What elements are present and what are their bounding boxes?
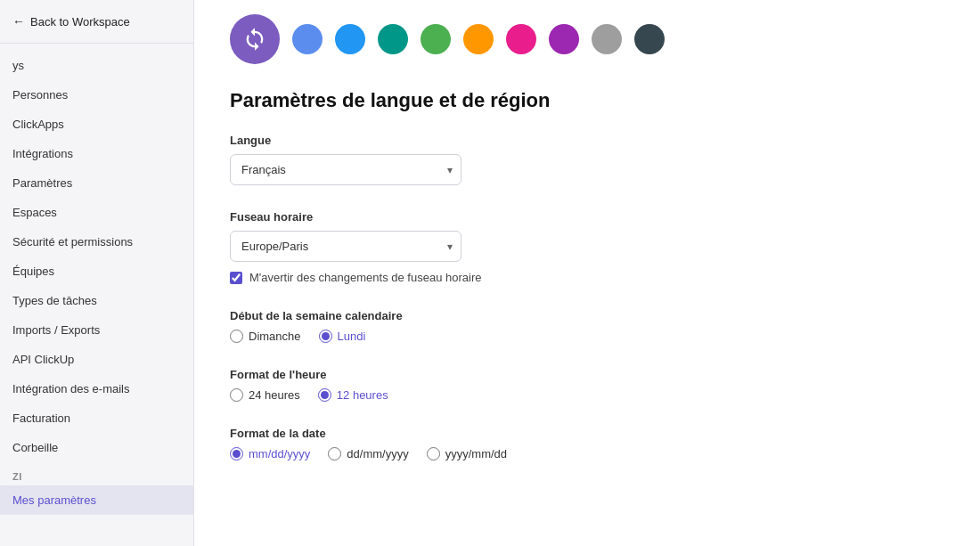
sidebar-section-zi: zi	[0, 462, 193, 485]
radio-mm-dd-yyyy-input[interactable]	[230, 447, 243, 460]
color-dots-row	[230, 0, 944, 89]
radio-lundi-input[interactable]	[319, 330, 332, 343]
radio-lundi[interactable]: Lundi	[319, 330, 366, 343]
langue-select[interactable]: Français English Español Deutsch	[230, 154, 461, 185]
langue-select-wrapper: Français English Español Deutsch ▾	[230, 154, 461, 185]
radio-yyyy-mm-dd[interactable]: yyyy/mm/dd	[427, 447, 507, 460]
radio-yyyy-mm-dd-input[interactable]	[427, 447, 440, 460]
radio-24h-label: 24 heures	[249, 388, 300, 402]
fuseau-section: Fuseau horaire Europe/Paris UTC America/…	[230, 210, 944, 284]
debut-semaine-label: Début de la semaine calendaire	[230, 309, 944, 322]
sidebar-item-corbeille[interactable]: Corbeille	[0, 433, 193, 462]
radio-12h-input[interactable]	[318, 388, 331, 402]
color-dot-pink[interactable]	[506, 24, 536, 54]
color-dot-teal[interactable]	[378, 24, 408, 54]
back-to-workspace[interactable]: ← Back to Workspace	[0, 0, 193, 44]
sidebar-item-integrations[interactable]: Intégrations	[0, 139, 193, 168]
notify-timezone-checkbox[interactable]	[230, 272, 242, 284]
radio-mm-dd-yyyy[interactable]: mm/dd/yyyy	[230, 447, 310, 460]
radio-lundi-label: Lundi	[338, 330, 366, 343]
format-date-radio-group: mm/dd/yyyy dd/mm/yyyy yyyy/mm/dd	[230, 447, 944, 460]
format-heure-label: Format de l'heure	[230, 368, 944, 381]
fuseau-select-wrapper: Europe/Paris UTC America/New_York Asia/T…	[230, 231, 461, 262]
sidebar-item-clickapps[interactable]: ClickApps	[0, 110, 193, 139]
radio-12h-label: 12 heures	[337, 388, 388, 402]
sidebar-item-integration-emails[interactable]: Intégration des e-mails	[0, 374, 193, 403]
sidebar-item-securite[interactable]: Sécurité et permissions	[0, 227, 193, 257]
sidebar-item-api[interactable]: API ClickUp	[0, 345, 193, 374]
radio-24h[interactable]: 24 heures	[230, 388, 300, 402]
format-heure-section: Format de l'heure 24 heures 12 heures	[230, 368, 944, 402]
color-dot-blue[interactable]	[335, 24, 365, 54]
sidebar-item-espaces[interactable]: Espaces	[0, 198, 193, 227]
radio-dimanche[interactable]: Dimanche	[230, 330, 301, 343]
format-heure-radio-group: 24 heures 12 heures	[230, 388, 944, 402]
radio-yyyy-mm-dd-label: yyyy/mm/dd	[445, 447, 507, 460]
radio-dimanche-label: Dimanche	[249, 330, 301, 343]
sidebar-item-ys[interactable]: ys	[0, 51, 193, 80]
sidebar-item-types-taches[interactable]: Types de tâches	[0, 286, 193, 315]
fuseau-select[interactable]: Europe/Paris UTC America/New_York Asia/T…	[230, 231, 461, 262]
color-dot-blue-light[interactable]	[292, 24, 323, 54]
back-label: Back to Workspace	[30, 15, 130, 29]
color-dot-orange[interactable]	[463, 24, 494, 54]
color-dot-green[interactable]	[421, 24, 451, 54]
format-date-section: Format de la date mm/dd/yyyy dd/mm/yyyy …	[230, 427, 944, 460]
format-date-label: Format de la date	[230, 427, 944, 440]
fuseau-label: Fuseau horaire	[230, 210, 944, 224]
sidebar-item-imports-exports[interactable]: Imports / Exports	[0, 315, 193, 345]
radio-mm-dd-yyyy-label: mm/dd/yyyy	[249, 447, 310, 460]
color-dot-dark[interactable]	[634, 24, 665, 54]
debut-semaine-radio-group: Dimanche Lundi	[230, 330, 944, 343]
color-dot-purple[interactable]	[549, 24, 579, 54]
sidebar-item-facturation[interactable]: Facturation	[0, 403, 193, 433]
radio-dd-mm-yyyy-input[interactable]	[328, 447, 341, 460]
avatar-icon[interactable]	[230, 14, 280, 64]
radio-dd-mm-yyyy[interactable]: dd/mm/yyyy	[328, 447, 408, 460]
sidebar-item-mes-parametres[interactable]: Mes paramètres	[0, 485, 193, 515]
sidebar-nav: ys Personnes ClickApps Intégrations Para…	[0, 44, 193, 522]
radio-12h[interactable]: 12 heures	[318, 388, 388, 402]
radio-24h-input[interactable]	[230, 388, 243, 402]
debut-semaine-section: Début de la semaine calendaire Dimanche …	[230, 309, 944, 343]
page-title: Paramètres de langue et de région	[230, 89, 944, 112]
sidebar-item-parametres[interactable]: Paramètres	[0, 168, 193, 198]
back-icon: ←	[12, 14, 25, 29]
sidebar: ← Back to Workspace ys Personnes ClickAp…	[0, 0, 194, 546]
radio-dd-mm-yyyy-label: dd/mm/yyyy	[347, 447, 408, 460]
notify-timezone-label[interactable]: M'avertir des changements de fuseau hora…	[249, 271, 481, 284]
langue-section: Langue Français English Español Deutsch …	[230, 134, 944, 185]
sidebar-item-personnes[interactable]: Personnes	[0, 80, 193, 110]
notify-timezone-row: M'avertir des changements de fuseau hora…	[230, 271, 944, 284]
sidebar-item-equipes[interactable]: Équipes	[0, 257, 193, 286]
color-dot-gray[interactable]	[592, 24, 622, 54]
langue-label: Langue	[230, 134, 944, 147]
sync-icon	[242, 27, 267, 52]
radio-dimanche-input[interactable]	[230, 330, 243, 343]
main-content: Paramètres de langue et de région Langue…	[194, 0, 980, 546]
